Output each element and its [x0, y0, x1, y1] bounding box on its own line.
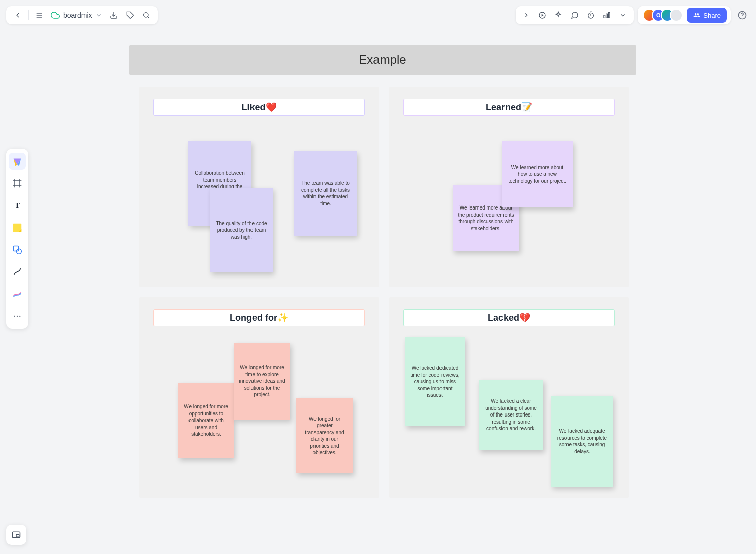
- canvas[interactable]: Example Liked❤️ Collaboration between te…: [0, 0, 756, 554]
- quadrant-header-longed[interactable]: Longed for✨: [153, 309, 365, 326]
- quadrant-label: Liked: [241, 102, 265, 113]
- sticky-note[interactable]: We lacked a clear understanding of some …: [479, 380, 543, 450]
- quadrant-learned[interactable]: Learned📝 We learned more about the produ…: [389, 87, 629, 287]
- quadrant-header-liked[interactable]: Liked❤️: [153, 99, 365, 116]
- quadrant-longed[interactable]: Longed for✨ We longed for more opportuni…: [139, 297, 379, 498]
- broken-heart-icon: 💔: [519, 312, 530, 323]
- sticky-note[interactable]: We lacked adequate resources to complete…: [551, 396, 613, 487]
- quadrant-label: Longed for: [230, 313, 277, 323]
- quadrant-header-lacked[interactable]: Lacked💔: [403, 309, 615, 326]
- sticky-note[interactable]: The team was able to complete all the ta…: [294, 151, 357, 236]
- quadrant-label: Lacked: [488, 313, 519, 323]
- quadrant-header-learned[interactable]: Learned📝: [403, 99, 615, 116]
- sparkle-icon: ✨: [277, 312, 288, 323]
- quadrant-liked[interactable]: Liked❤️ Collaboration between team membe…: [139, 87, 379, 287]
- sticky-note[interactable]: We longed for greater transparency and c…: [296, 398, 353, 473]
- quadrant-label: Learned: [486, 102, 521, 113]
- sticky-note[interactable]: We longed for more opportunities to coll…: [178, 383, 234, 458]
- sticky-note[interactable]: We learned more about how to use a new t…: [502, 141, 573, 207]
- quadrant-lacked[interactable]: Lacked💔 We lacked dedicated time for cod…: [389, 297, 629, 498]
- sticky-note[interactable]: The quality of the code produced by the …: [210, 188, 273, 272]
- sticky-note[interactable]: We lacked dedicated time for code review…: [405, 337, 465, 426]
- heart-icon: ❤️: [266, 102, 277, 113]
- sticky-note[interactable]: We longed for more time to explore innov…: [234, 343, 290, 420]
- memo-icon: 📝: [521, 102, 532, 113]
- board-title[interactable]: Example: [129, 45, 636, 75]
